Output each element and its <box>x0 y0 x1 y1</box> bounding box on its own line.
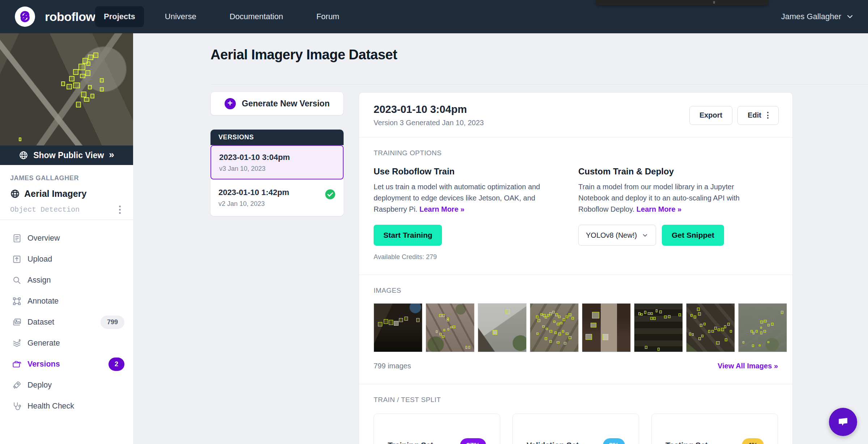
annotation-box <box>547 314 550 317</box>
version-detail-card: 2023-01-10 3:04pm Version 3 Generated Ja… <box>359 92 793 444</box>
annotation-box <box>73 83 80 88</box>
annotation-box <box>650 317 653 320</box>
annotation-box <box>93 52 99 58</box>
annotation-box <box>557 341 559 344</box>
section-label: TRAINING OPTIONS <box>374 149 778 157</box>
annotation-box <box>558 333 561 335</box>
annotation-box <box>450 326 452 328</box>
model-select-dropdown[interactable]: YOLOv8 (New!) <box>578 225 656 246</box>
version-item-title: 2023-01-10 3:04pm <box>219 153 335 162</box>
annotation-box <box>591 323 596 327</box>
version-list-item[interactable]: 2023-01-10 1:42pmv2 Jan 10, 2023 <box>210 179 344 216</box>
nav-item-documentation[interactable]: Documentation <box>221 6 292 27</box>
sidebar-item-label: Overview <box>27 234 60 243</box>
annotation-box <box>545 316 547 319</box>
option-heading: Use Roboflow Train <box>374 166 567 177</box>
primary-nav: ProjectsUniverseDocumentationForum <box>95 0 359 33</box>
sidebar-menu: OverviewUploadAssignAnnotateDataset799Ge… <box>0 228 133 416</box>
sidebar: Show Public View » JAMES GALLAGHER Aeria… <box>0 33 133 444</box>
annotation-box <box>88 85 92 89</box>
dataset-image-thumbnail[interactable] <box>582 303 631 352</box>
annotation-box <box>61 81 65 86</box>
roboflow-logo-icon[interactable] <box>14 6 35 27</box>
sidebar-item-generate[interactable]: Generate <box>0 333 133 354</box>
annotate-icon <box>12 296 22 306</box>
page-title: Aerial Imagery Image Dataset <box>210 47 397 63</box>
split-card-testing-set: Testing Set4% <box>651 414 778 444</box>
sidebar-item-annotate[interactable]: Annotate <box>0 291 133 312</box>
nav-item-projects[interactable]: Projects <box>95 6 144 27</box>
assign-icon <box>12 275 22 285</box>
view-all-images-link[interactable]: View All Images » <box>718 362 778 370</box>
dataset-image-thumbnail[interactable] <box>686 303 735 352</box>
annotation-box <box>439 314 442 317</box>
annotation-box <box>439 333 442 335</box>
learn-more-link[interactable]: Learn More » <box>637 205 681 213</box>
export-button[interactable]: Export <box>689 106 732 125</box>
user-menu[interactable]: James Gallagher <box>781 0 854 33</box>
edit-button[interactable]: Edit <box>737 106 779 125</box>
annotation-box <box>760 321 763 324</box>
user-name: James Gallagher <box>781 12 841 21</box>
annotation-box <box>443 329 445 331</box>
sidebar-item-label: Versions <box>27 360 60 369</box>
annotation-box <box>698 312 701 316</box>
dataset-image-thumbnail[interactable] <box>738 303 787 352</box>
annotation-box <box>81 92 86 97</box>
annotation-box <box>506 309 510 314</box>
get-snippet-button[interactable]: Get Snippet <box>662 225 724 246</box>
annotation-box <box>447 328 449 331</box>
trained-check-icon <box>325 189 336 200</box>
annotation-box <box>721 328 724 331</box>
sidebar-item-label: Dataset <box>27 318 54 327</box>
sidebar-item-dataset[interactable]: Dataset799 <box>0 312 133 333</box>
chat-button[interactable] <box>829 408 857 436</box>
sidebar-item-overview[interactable]: Overview <box>0 228 133 249</box>
nav-item-universe[interactable]: Universe <box>156 6 205 27</box>
annotation-box <box>384 319 388 324</box>
start-training-button[interactable]: Start Training <box>374 225 442 246</box>
annotation-box <box>701 335 703 337</box>
dataset-image-thumbnail[interactable] <box>426 303 475 352</box>
annotation-box <box>562 330 565 333</box>
kebab-menu-icon[interactable] <box>115 204 124 215</box>
dataset-icon <box>12 317 22 327</box>
version-list-item[interactable]: 2023-01-10 3:04pmv3 Jan 10, 2023 <box>210 145 344 179</box>
annotation-box <box>416 318 420 322</box>
train-test-split-section: TRAIN / TEST SPLIT Training Set87%Valida… <box>359 384 792 444</box>
sidebar-item-health-check[interactable]: Health Check <box>0 396 133 416</box>
split-cards: Training Set87%Validation Set8%Testing S… <box>374 414 778 444</box>
annotation-box <box>664 316 667 318</box>
learn-more-link[interactable]: Learn More » <box>420 205 464 213</box>
dataset-image-thumbnail[interactable] <box>530 303 579 352</box>
annotation-box <box>452 326 455 328</box>
dataset-image-thumbnail[interactable] <box>634 303 683 352</box>
show-public-view-button[interactable]: Show Public View » <box>0 145 133 165</box>
annotation-box <box>763 330 766 333</box>
annotation-box <box>442 335 444 338</box>
workspace-name: JAMES GALLAGHER <box>10 174 124 182</box>
annotation-box <box>555 313 558 316</box>
sidebar-item-versions[interactable]: Versions2 <box>0 354 133 375</box>
sidebar-item-label: Annotate <box>27 297 59 306</box>
generate-new-version-button[interactable]: + Generate New Version <box>210 92 344 115</box>
sidebar-item-deploy[interactable]: Deploy <box>0 375 133 396</box>
version-item-meta: v3 Jan 10, 2023 <box>219 165 335 173</box>
annotation-box <box>394 321 399 326</box>
annotation-box <box>88 55 93 60</box>
sidebar-item-upload[interactable]: Upload <box>0 249 133 270</box>
annotation-box <box>73 69 78 75</box>
dataset-image-thumbnail[interactable] <box>478 303 527 352</box>
dataset-image-thumbnail[interactable] <box>374 303 422 352</box>
sidebar-item-assign[interactable]: Assign <box>0 270 133 291</box>
annotation-box <box>641 313 642 316</box>
annotation-box <box>690 314 693 317</box>
annotation-box <box>759 344 761 346</box>
chat-bubble-icon <box>836 415 850 429</box>
annotation-box <box>697 308 700 311</box>
annotation-box <box>90 94 94 98</box>
nav-item-forum[interactable]: Forum <box>308 6 348 27</box>
count-badge: 2 <box>109 358 124 371</box>
globe-icon <box>10 189 20 199</box>
annotation-box <box>603 334 608 340</box>
